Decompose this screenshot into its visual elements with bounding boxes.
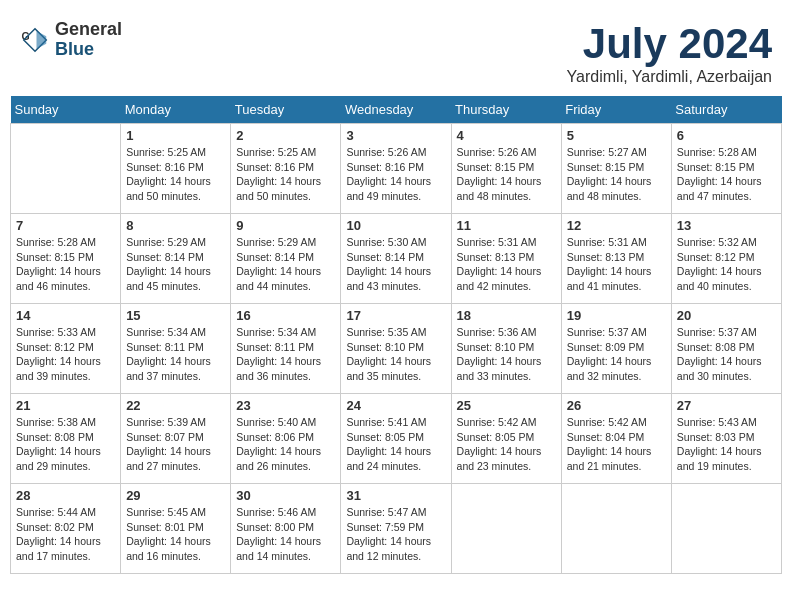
calendar-cell: 11Sunrise: 5:31 AMSunset: 8:13 PMDayligh…: [451, 214, 561, 304]
day-info: Sunrise: 5:37 AMSunset: 8:08 PMDaylight:…: [677, 325, 776, 384]
calendar-cell: 28Sunrise: 5:44 AMSunset: 8:02 PMDayligh…: [11, 484, 121, 574]
day-info: Sunrise: 5:29 AMSunset: 8:14 PMDaylight:…: [236, 235, 335, 294]
day-number: 14: [16, 308, 115, 323]
calendar-cell: 29Sunrise: 5:45 AMSunset: 8:01 PMDayligh…: [121, 484, 231, 574]
page-header: G General Blue July 2024 Yardimli, Yardi…: [10, 10, 782, 91]
day-number: 31: [346, 488, 445, 503]
day-info: Sunrise: 5:34 AMSunset: 8:11 PMDaylight:…: [126, 325, 225, 384]
calendar-cell: 16Sunrise: 5:34 AMSunset: 8:11 PMDayligh…: [231, 304, 341, 394]
day-number: 22: [126, 398, 225, 413]
day-info: Sunrise: 5:42 AMSunset: 8:04 PMDaylight:…: [567, 415, 666, 474]
day-info: Sunrise: 5:41 AMSunset: 8:05 PMDaylight:…: [346, 415, 445, 474]
day-info: Sunrise: 5:37 AMSunset: 8:09 PMDaylight:…: [567, 325, 666, 384]
day-info: Sunrise: 5:27 AMSunset: 8:15 PMDaylight:…: [567, 145, 666, 204]
logo-icon: G: [20, 25, 50, 55]
calendar-cell: 31Sunrise: 5:47 AMSunset: 7:59 PMDayligh…: [341, 484, 451, 574]
calendar-table: SundayMondayTuesdayWednesdayThursdayFrid…: [10, 96, 782, 574]
calendar-cell: 19Sunrise: 5:37 AMSunset: 8:09 PMDayligh…: [561, 304, 671, 394]
day-info: Sunrise: 5:30 AMSunset: 8:14 PMDaylight:…: [346, 235, 445, 294]
day-info: Sunrise: 5:36 AMSunset: 8:10 PMDaylight:…: [457, 325, 556, 384]
header-sunday: Sunday: [11, 96, 121, 124]
calendar-cell: 13Sunrise: 5:32 AMSunset: 8:12 PMDayligh…: [671, 214, 781, 304]
calendar-header-row: SundayMondayTuesdayWednesdayThursdayFrid…: [11, 96, 782, 124]
calendar-cell: 5Sunrise: 5:27 AMSunset: 8:15 PMDaylight…: [561, 124, 671, 214]
calendar-cell: 12Sunrise: 5:31 AMSunset: 8:13 PMDayligh…: [561, 214, 671, 304]
day-number: 23: [236, 398, 335, 413]
day-number: 25: [457, 398, 556, 413]
month-title: July 2024: [567, 20, 772, 68]
day-info: Sunrise: 5:43 AMSunset: 8:03 PMDaylight:…: [677, 415, 776, 474]
day-number: 5: [567, 128, 666, 143]
calendar-cell: 3Sunrise: 5:26 AMSunset: 8:16 PMDaylight…: [341, 124, 451, 214]
day-info: Sunrise: 5:35 AMSunset: 8:10 PMDaylight:…: [346, 325, 445, 384]
day-info: Sunrise: 5:33 AMSunset: 8:12 PMDaylight:…: [16, 325, 115, 384]
calendar-cell: [561, 484, 671, 574]
day-info: Sunrise: 5:46 AMSunset: 8:00 PMDaylight:…: [236, 505, 335, 564]
day-info: Sunrise: 5:25 AMSunset: 8:16 PMDaylight:…: [126, 145, 225, 204]
day-info: Sunrise: 5:28 AMSunset: 8:15 PMDaylight:…: [677, 145, 776, 204]
calendar-cell: 25Sunrise: 5:42 AMSunset: 8:05 PMDayligh…: [451, 394, 561, 484]
calendar-cell: 7Sunrise: 5:28 AMSunset: 8:15 PMDaylight…: [11, 214, 121, 304]
day-info: Sunrise: 5:31 AMSunset: 8:13 PMDaylight:…: [567, 235, 666, 294]
logo: G General Blue: [20, 20, 122, 60]
day-number: 24: [346, 398, 445, 413]
logo-blue-text: Blue: [55, 40, 122, 60]
day-info: Sunrise: 5:29 AMSunset: 8:14 PMDaylight:…: [126, 235, 225, 294]
day-info: Sunrise: 5:26 AMSunset: 8:16 PMDaylight:…: [346, 145, 445, 204]
day-number: 26: [567, 398, 666, 413]
header-tuesday: Tuesday: [231, 96, 341, 124]
calendar-cell: 24Sunrise: 5:41 AMSunset: 8:05 PMDayligh…: [341, 394, 451, 484]
header-friday: Friday: [561, 96, 671, 124]
day-number: 2: [236, 128, 335, 143]
calendar-cell: 8Sunrise: 5:29 AMSunset: 8:14 PMDaylight…: [121, 214, 231, 304]
header-wednesday: Wednesday: [341, 96, 451, 124]
calendar-cell: 18Sunrise: 5:36 AMSunset: 8:10 PMDayligh…: [451, 304, 561, 394]
day-info: Sunrise: 5:42 AMSunset: 8:05 PMDaylight:…: [457, 415, 556, 474]
day-number: 3: [346, 128, 445, 143]
logo-general-text: General: [55, 20, 122, 40]
day-number: 30: [236, 488, 335, 503]
day-info: Sunrise: 5:39 AMSunset: 8:07 PMDaylight:…: [126, 415, 225, 474]
calendar-cell: 14Sunrise: 5:33 AMSunset: 8:12 PMDayligh…: [11, 304, 121, 394]
calendar-cell: 20Sunrise: 5:37 AMSunset: 8:08 PMDayligh…: [671, 304, 781, 394]
calendar-cell: 4Sunrise: 5:26 AMSunset: 8:15 PMDaylight…: [451, 124, 561, 214]
calendar-cell: 17Sunrise: 5:35 AMSunset: 8:10 PMDayligh…: [341, 304, 451, 394]
day-info: Sunrise: 5:44 AMSunset: 8:02 PMDaylight:…: [16, 505, 115, 564]
day-number: 1: [126, 128, 225, 143]
header-monday: Monday: [121, 96, 231, 124]
day-number: 17: [346, 308, 445, 323]
day-number: 21: [16, 398, 115, 413]
calendar-cell: 22Sunrise: 5:39 AMSunset: 8:07 PMDayligh…: [121, 394, 231, 484]
day-number: 28: [16, 488, 115, 503]
day-number: 10: [346, 218, 445, 233]
calendar-week-row: 1Sunrise: 5:25 AMSunset: 8:16 PMDaylight…: [11, 124, 782, 214]
day-number: 27: [677, 398, 776, 413]
calendar-cell: 2Sunrise: 5:25 AMSunset: 8:16 PMDaylight…: [231, 124, 341, 214]
header-thursday: Thursday: [451, 96, 561, 124]
title-area: July 2024 Yardimli, Yardimli, Azerbaijan: [567, 20, 772, 86]
calendar-cell: 27Sunrise: 5:43 AMSunset: 8:03 PMDayligh…: [671, 394, 781, 484]
calendar-cell: 10Sunrise: 5:30 AMSunset: 8:14 PMDayligh…: [341, 214, 451, 304]
day-info: Sunrise: 5:25 AMSunset: 8:16 PMDaylight:…: [236, 145, 335, 204]
day-number: 11: [457, 218, 556, 233]
calendar-cell: 30Sunrise: 5:46 AMSunset: 8:00 PMDayligh…: [231, 484, 341, 574]
day-number: 7: [16, 218, 115, 233]
calendar-cell: 15Sunrise: 5:34 AMSunset: 8:11 PMDayligh…: [121, 304, 231, 394]
day-number: 4: [457, 128, 556, 143]
calendar-cell: [451, 484, 561, 574]
day-info: Sunrise: 5:40 AMSunset: 8:06 PMDaylight:…: [236, 415, 335, 474]
header-saturday: Saturday: [671, 96, 781, 124]
calendar-cell: 6Sunrise: 5:28 AMSunset: 8:15 PMDaylight…: [671, 124, 781, 214]
day-info: Sunrise: 5:32 AMSunset: 8:12 PMDaylight:…: [677, 235, 776, 294]
location-text: Yardimli, Yardimli, Azerbaijan: [567, 68, 772, 86]
day-number: 12: [567, 218, 666, 233]
day-number: 16: [236, 308, 335, 323]
day-info: Sunrise: 5:47 AMSunset: 7:59 PMDaylight:…: [346, 505, 445, 564]
calendar-week-row: 21Sunrise: 5:38 AMSunset: 8:08 PMDayligh…: [11, 394, 782, 484]
calendar-cell: [11, 124, 121, 214]
day-number: 9: [236, 218, 335, 233]
calendar-cell: 21Sunrise: 5:38 AMSunset: 8:08 PMDayligh…: [11, 394, 121, 484]
day-info: Sunrise: 5:26 AMSunset: 8:15 PMDaylight:…: [457, 145, 556, 204]
calendar-cell: 9Sunrise: 5:29 AMSunset: 8:14 PMDaylight…: [231, 214, 341, 304]
calendar-week-row: 28Sunrise: 5:44 AMSunset: 8:02 PMDayligh…: [11, 484, 782, 574]
